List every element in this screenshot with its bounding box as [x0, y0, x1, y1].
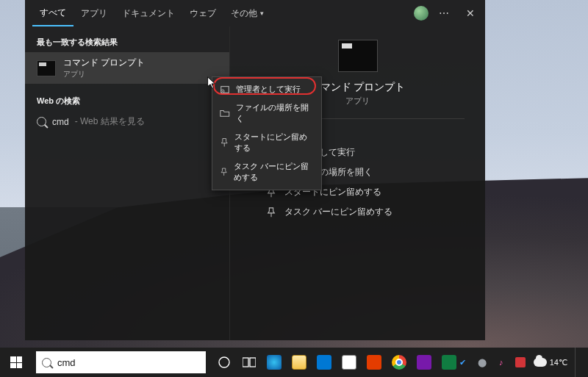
- tray-security-icon[interactable]: [514, 356, 526, 368]
- action-pin-to-taskbar[interactable]: タスク バーにピン留めする: [265, 206, 485, 218]
- tab-more-label: その他: [231, 7, 257, 20]
- web-search-item[interactable]: cmd - Web 結果を見る: [25, 111, 229, 132]
- best-match-result[interactable]: コマンド プロンプト アプリ: [25, 52, 229, 84]
- cortana-icon[interactable]: [216, 354, 232, 370]
- context-open-file-location[interactable]: ファイルの場所を開く: [212, 98, 321, 128]
- context-pin-to-start[interactable]: スタートにピン留めする: [212, 128, 321, 157]
- pin-taskbar-icon: [265, 207, 277, 218]
- edge-icon[interactable]: [266, 354, 282, 370]
- result-subtitle: アプリ: [63, 69, 145, 79]
- context-run-as-admin[interactable]: 管理者として実行: [212, 80, 321, 98]
- svg-point-8: [219, 357, 229, 367]
- store-icon[interactable]: [341, 354, 357, 370]
- mail-icon[interactable]: [316, 354, 332, 370]
- pin-start-icon: [220, 137, 229, 148]
- office-icon[interactable]: [366, 354, 382, 370]
- search-icon: [37, 117, 46, 126]
- pin-taskbar-icon: [220, 167, 228, 177]
- system-tray: ✔ ⬤ ♪ 14℃: [457, 348, 588, 377]
- chevron-down-icon: ▾: [260, 10, 264, 17]
- tab-all[interactable]: すべて: [32, 0, 74, 26]
- tray-app-icon[interactable]: ♪: [495, 356, 507, 368]
- task-view-icon[interactable]: [241, 354, 257, 370]
- user-avatar[interactable]: [414, 6, 429, 21]
- run-as-admin-icon: [220, 85, 230, 95]
- folder-icon: [220, 108, 230, 118]
- web-search-header: Web の検索: [25, 91, 229, 111]
- weather-temp: 14℃: [550, 358, 567, 367]
- result-title: コマンド プロンプト: [63, 57, 145, 69]
- onenote-icon[interactable]: [416, 354, 432, 370]
- tab-apps[interactable]: アプリ: [74, 0, 115, 26]
- start-button[interactable]: [0, 348, 33, 377]
- svg-rect-9: [243, 358, 248, 367]
- show-desktop-corner[interactable]: [575, 348, 581, 377]
- context-open-file-location-label: ファイルの場所を開く: [236, 102, 314, 124]
- chrome-icon[interactable]: [391, 354, 407, 370]
- preview-app-icon: [338, 40, 378, 72]
- svg-rect-7: [222, 90, 223, 91]
- windows-logo-icon: [10, 356, 22, 368]
- start-search-panel: すべて アプリ ドキュメント ウェブ その他 ▾ ⋯ ✕ 最も一致する検索結果 …: [25, 0, 485, 340]
- context-pin-to-start-label: スタートにピン留めする: [234, 132, 314, 154]
- tab-more[interactable]: その他 ▾: [223, 0, 271, 26]
- taskbar-search-query: cmd: [57, 357, 76, 368]
- search-filter-tabs: すべて アプリ ドキュメント ウェブ その他 ▾ ⋯ ✕: [25, 0, 485, 26]
- preview-title: コマンド プロンプト: [310, 81, 406, 94]
- best-match-header: 最も一致する検索結果: [25, 32, 229, 52]
- tray-show-hidden-icon[interactable]: ✔: [457, 356, 469, 368]
- cloud-icon: [534, 358, 547, 367]
- tab-web[interactable]: ウェブ: [182, 0, 223, 26]
- tray-onedrive-icon[interactable]: ⬤: [476, 356, 488, 368]
- cmd-app-icon: [37, 60, 56, 76]
- web-query: cmd: [52, 117, 69, 127]
- context-run-as-admin-label: 管理者として実行: [236, 84, 301, 95]
- more-options-icon[interactable]: ⋯: [439, 7, 450, 19]
- close-icon[interactable]: ✕: [460, 7, 481, 19]
- context-pin-to-taskbar-label: タスク バーにピン留めする: [234, 161, 314, 183]
- weather-widget[interactable]: 14℃: [534, 358, 567, 367]
- search-icon: [42, 358, 51, 367]
- svg-rect-10: [250, 358, 256, 367]
- tab-documents[interactable]: ドキュメント: [115, 0, 182, 26]
- web-hint: - Web 結果を見る: [75, 115, 145, 128]
- excel-icon[interactable]: [441, 354, 457, 370]
- taskbar-search-box[interactable]: cmd: [36, 351, 206, 373]
- preview-subtitle: アプリ: [345, 96, 370, 107]
- file-explorer-icon[interactable]: [291, 354, 307, 370]
- search-results-column: 最も一致する検索結果 コマンド プロンプト アプリ Web の検索 cmd - …: [25, 26, 229, 340]
- action-pin-to-taskbar-label: タスク バーにピン留めする: [284, 206, 392, 218]
- context-menu: 管理者として実行 ファイルの場所を開く スタートにピン留めする タスク バーにピ…: [212, 76, 322, 190]
- taskbar: cmd ✔ ⬤ ♪ 14℃: [0, 348, 588, 377]
- taskbar-pinned-apps: [216, 354, 457, 370]
- context-pin-to-taskbar[interactable]: タスク バーにピン留めする: [212, 157, 321, 187]
